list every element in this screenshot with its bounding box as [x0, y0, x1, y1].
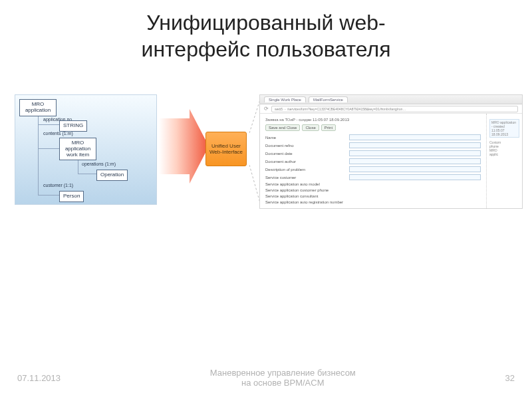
- field-label: Service application consultant: [265, 194, 345, 198]
- url-field[interactable]: web5 ··· /services/form?key=C13374CBE404…: [271, 106, 518, 112]
- browser-tab[interactable]: MailFormService: [309, 96, 348, 102]
- field-label: Document refno: [265, 144, 345, 148]
- text-input[interactable]: [349, 134, 481, 140]
- field-label: Document date: [265, 152, 345, 156]
- print-button[interactable]: Print: [321, 124, 336, 131]
- node-mro-app: MRO application: [19, 99, 57, 116]
- browser-tabbar: Single Work Place MailFormService: [260, 95, 522, 104]
- browser-tab[interactable]: Single Work Place: [264, 96, 306, 102]
- slide-title: Унифицированный web- интерфейс пользоват…: [0, 0, 532, 63]
- field-label: Service application auto registration nu…: [265, 200, 345, 204]
- form-panel: Заявка на ТОиР - создан 11:05:07 18.09.2…: [260, 114, 486, 208]
- slide-title-line2: интерфейс пользователя: [142, 37, 391, 61]
- field-label: Document author: [265, 160, 345, 164]
- side-panel: MRO application - created 11:05:07 18.09…: [486, 114, 522, 208]
- footer-caption: Маневренное управление бизнесом на основ…: [61, 368, 505, 388]
- slide-content: MRO application application no STRING co…: [15, 94, 527, 227]
- field-label: Service application auto model: [265, 182, 345, 186]
- footer-page-number: 32: [505, 373, 515, 383]
- node-string: STRING: [59, 120, 87, 132]
- text-input[interactable]: [349, 174, 481, 180]
- node-operation: Operation: [96, 170, 128, 181]
- browser-addressbar: ⟳ web5 ··· /services/form?key=C13374CBE4…: [260, 104, 522, 114]
- slide-title-line1: Унифицированный web-: [146, 11, 385, 35]
- schema-diagram: MRO application application no STRING co…: [15, 94, 157, 205]
- text-input[interactable]: [349, 158, 481, 164]
- edge-contents: contents (1:m): [43, 131, 73, 136]
- slide-footer: 07.11.2013 Маневренное управление бизнес…: [0, 368, 532, 388]
- edge-customer: customer (1:1): [43, 183, 73, 188]
- unified-interface-box: Unified User Web-Interface: [205, 132, 247, 166]
- side-heading: MRO application - created 11:05:07 18.09…: [489, 119, 519, 138]
- node-work-item: MRO application work item: [59, 138, 96, 160]
- node-person: Person: [59, 191, 84, 202]
- text-input[interactable]: [349, 142, 481, 148]
- close-button[interactable]: Close: [302, 124, 319, 131]
- reload-icon[interactable]: ⟳: [264, 106, 269, 112]
- edge-operations: operations (1:m): [82, 162, 116, 166]
- text-input[interactable]: [349, 166, 481, 172]
- browser-screenshot: Single Work Place MailFormService ⟳ web5…: [259, 94, 523, 209]
- field-label: Name: [265, 136, 345, 140]
- footer-date: 07.11.2013: [17, 373, 61, 383]
- field-label: Description of problem: [265, 168, 345, 172]
- side-item: applic: [489, 152, 519, 156]
- form-caption: Заявка на ТОиР - создан 11:05:07 18.09.2…: [265, 118, 481, 122]
- field-label: Service customer: [265, 176, 345, 180]
- save-close-button[interactable]: Save and Close: [265, 124, 300, 131]
- arrow-icon: [159, 109, 209, 184]
- field-label: Service application customer phone: [265, 188, 345, 192]
- text-input[interactable]: [349, 150, 481, 156]
